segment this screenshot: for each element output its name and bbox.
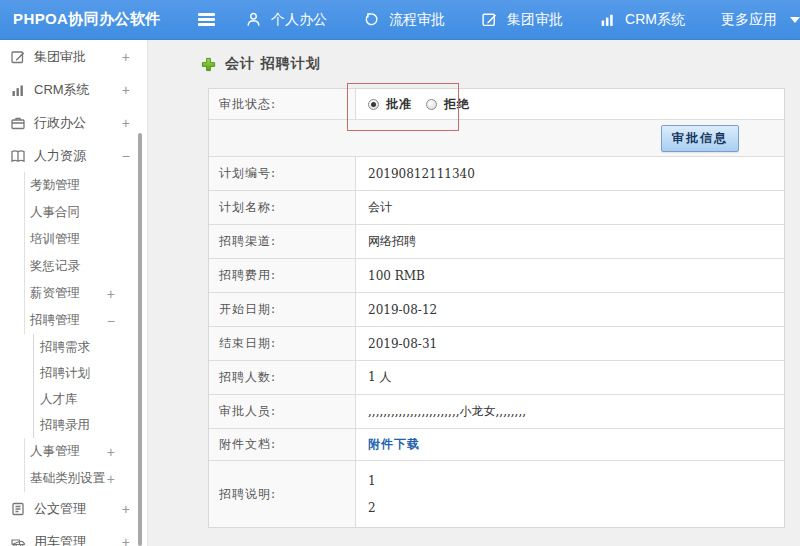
topbar-item-crm-system[interactable]: CRM系统 bbox=[599, 11, 685, 29]
sidebar-item-admin-office[interactable]: 行政办公+ bbox=[0, 106, 147, 139]
sidebar-item-label: 培训管理 bbox=[30, 231, 80, 248]
sidebar-item-label: 集团审批 bbox=[34, 48, 86, 66]
plan-name-row: 计划名称:会计 bbox=[209, 190, 784, 224]
radio-reject[interactable] bbox=[426, 99, 437, 110]
page-header: 会计 招聘计划 bbox=[201, 55, 321, 73]
sidebar-item-crm-system[interactable]: CRM系统+ bbox=[0, 73, 147, 106]
radio-option-label: 批准 bbox=[386, 96, 412, 113]
sidebar-item-reward-punishment[interactable]: 奖惩记录 bbox=[0, 253, 147, 280]
topbar-item-more-apps[interactable]: 更多应用 bbox=[721, 11, 800, 29]
approval-info-button[interactable]: 审批信息 bbox=[661, 125, 739, 152]
expand-plus-icon[interactable]: + bbox=[107, 472, 115, 486]
approval-info-row: 审批信息 bbox=[209, 119, 784, 156]
sidebar-item-label: 人力资源 bbox=[34, 147, 86, 165]
sidebar: 集团审批+CRM系统+行政办公+人力资源−考勤管理人事合同培训管理奖惩记录薪资管… bbox=[0, 40, 148, 546]
end-date-row: 结束日期:2019-08-31 bbox=[209, 326, 784, 360]
sidebar-item-label: 人事合同 bbox=[30, 204, 80, 221]
briefcase-icon bbox=[10, 115, 26, 131]
form-value: 批准拒绝 bbox=[356, 89, 784, 119]
form-label: 计划名称: bbox=[209, 191, 356, 224]
collapse-minus-icon[interactable]: − bbox=[107, 314, 115, 328]
start-date-row: 开始日期:2019-08-12 bbox=[209, 292, 784, 326]
add-plus-icon[interactable] bbox=[201, 57, 216, 72]
flow-approval-icon bbox=[363, 11, 380, 28]
topbar-item-process-approval[interactable]: 流程审批 bbox=[363, 11, 445, 29]
expand-plus-icon[interactable]: + bbox=[122, 535, 130, 546]
sidebar-scrollbar[interactable] bbox=[138, 133, 142, 546]
attachment-download-link[interactable]: 附件下载 bbox=[368, 436, 420, 453]
sidebar-item-label: CRM系统 bbox=[34, 81, 90, 99]
page-title: 会计 招聘计划 bbox=[225, 55, 321, 73]
expand-plus-icon[interactable]: + bbox=[122, 83, 130, 97]
document-icon bbox=[10, 501, 26, 517]
description-line: 2 bbox=[368, 501, 376, 515]
sidebar-item-official-doc-mgmt[interactable]: 公文管理+ bbox=[0, 492, 147, 525]
form-label: 审批人员: bbox=[209, 395, 356, 428]
sidebar-item-hr-contract[interactable]: 人事合同 bbox=[0, 199, 147, 226]
sidebar-item-label: 基础类别设置 bbox=[30, 470, 105, 487]
bar-chart-icon bbox=[599, 11, 616, 28]
edit-square-icon bbox=[10, 49, 26, 65]
description-line: 1 bbox=[368, 474, 376, 488]
sidebar-item-salary-mgmt[interactable]: 薪资管理+ bbox=[0, 280, 147, 307]
topbar-item-label: CRM系统 bbox=[625, 11, 685, 29]
form-value: 会计 bbox=[356, 191, 784, 224]
form-value: ,,,,,,,,,,,,,,,,,,,,,,,,小龙女,,,,,,,, bbox=[356, 395, 784, 428]
sidebar-item-label: 招聘录用 bbox=[40, 417, 90, 434]
sidebar-item-personnel-mgmt[interactable]: 人事管理+ bbox=[0, 438, 147, 465]
sidebar-item-talent-pool[interactable]: 人才库 bbox=[0, 386, 147, 412]
sidebar-item-label: 用车管理 bbox=[34, 533, 86, 546]
sidebar-item-attendance-mgmt[interactable]: 考勤管理 bbox=[0, 172, 147, 199]
sidebar-item-group-approval[interactable]: 集团审批+ bbox=[0, 40, 147, 73]
topbar-nav: 个人办公流程审批集团审批CRM系统更多应用 bbox=[245, 11, 800, 29]
sidebar-item-label: 招聘计划 bbox=[40, 365, 90, 382]
topbar-item-group-approval[interactable]: 集团审批 bbox=[481, 11, 563, 29]
topbar-item-label: 流程审批 bbox=[389, 11, 445, 29]
edit-square-icon bbox=[481, 11, 498, 28]
radio-approve[interactable] bbox=[368, 99, 379, 110]
topbar-item-label: 集团审批 bbox=[507, 11, 563, 29]
sidebar-item-recruit-plan[interactable]: 招聘计划 bbox=[0, 360, 147, 386]
recruit-cost-row: 招聘费用:100 RMB bbox=[209, 258, 784, 292]
expand-plus-icon[interactable]: + bbox=[107, 287, 115, 301]
sidebar-item-recruit-hiring[interactable]: 招聘录用 bbox=[0, 412, 147, 438]
vehicle-icon bbox=[10, 534, 26, 546]
sidebar-item-label: 行政办公 bbox=[34, 114, 86, 132]
form-label: 附件文档: bbox=[209, 429, 356, 460]
form-value: 2019-08-12 bbox=[356, 293, 784, 326]
book-icon bbox=[10, 148, 26, 164]
sidebar-item-label: 公文管理 bbox=[34, 500, 86, 518]
status-row: 审批状态:批准拒绝 bbox=[209, 89, 784, 119]
form-label: 开始日期: bbox=[209, 293, 356, 326]
sidebar-item-label: 奖惩记录 bbox=[30, 258, 80, 275]
expand-plus-icon[interactable]: + bbox=[122, 50, 130, 64]
topbar-item-personal-office[interactable]: 个人办公 bbox=[245, 11, 327, 29]
sidebar-item-base-category-settings[interactable]: 基础类别设置+ bbox=[0, 465, 147, 492]
expand-plus-icon[interactable]: + bbox=[122, 116, 130, 130]
sidebar-item-training-mgmt[interactable]: 培训管理 bbox=[0, 226, 147, 253]
form-label: 招聘说明: bbox=[209, 461, 356, 527]
form-value: 1 人 bbox=[356, 361, 784, 394]
expand-plus-icon[interactable]: + bbox=[107, 445, 115, 459]
sidebar-item-human-resources[interactable]: 人力资源− bbox=[0, 139, 147, 172]
form-value: 附件下载 bbox=[356, 429, 784, 460]
chevron-down-icon bbox=[790, 17, 800, 23]
topbar: PHPOA协同办公软件 个人办公流程审批集团审批CRM系统更多应用 bbox=[0, 0, 800, 40]
collapse-minus-icon[interactable]: − bbox=[122, 149, 130, 163]
sidebar-item-label: 薪资管理 bbox=[30, 285, 80, 302]
form-label: 审批状态: bbox=[209, 89, 356, 119]
headcount-row: 招聘人数:1 人 bbox=[209, 360, 784, 394]
sidebar-item-vehicle-mgmt[interactable]: 用车管理+ bbox=[0, 525, 147, 546]
form-value: 20190812111340 bbox=[356, 157, 784, 190]
sidebar-item-label: 招聘管理 bbox=[30, 312, 80, 329]
approval-status-radio-group: 批准拒绝 bbox=[368, 96, 484, 113]
sidebar-item-recruit-demand[interactable]: 招聘需求 bbox=[0, 334, 147, 360]
sidebar-menu: 集团审批+CRM系统+行政办公+人力资源−考勤管理人事合同培训管理奖惩记录薪资管… bbox=[0, 40, 147, 546]
expand-plus-icon[interactable]: + bbox=[122, 502, 130, 516]
app-logo: PHPOA协同办公软件 bbox=[13, 10, 185, 29]
hamburger-menu-icon[interactable] bbox=[198, 13, 215, 26]
recruit-plan-form: 审批状态:批准拒绝审批信息计划编号:20190812111340计划名称:会计招… bbox=[208, 88, 785, 528]
sidebar-item-recruit-mgmt[interactable]: 招聘管理− bbox=[0, 307, 147, 334]
plan-no-row: 计划编号:20190812111340 bbox=[209, 156, 784, 190]
bar-chart-icon bbox=[10, 82, 26, 98]
